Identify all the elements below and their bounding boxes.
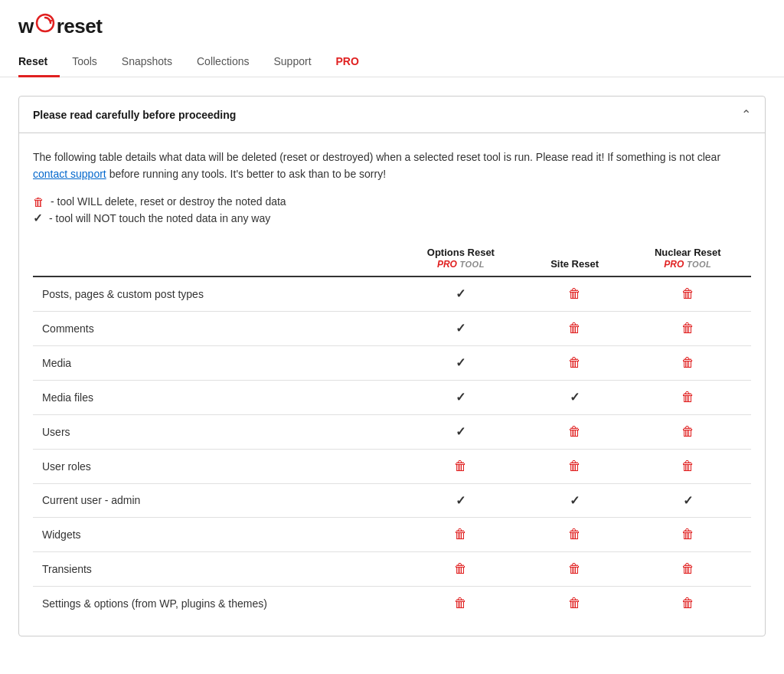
legend-item-check: ✓ - tool will NOT touch the noted data i… (33, 211, 751, 225)
trash-legend-icon: 🗑 (33, 195, 44, 208)
cell-site_reset: 🗑 (525, 449, 625, 483)
cell-site_reset: 🗑 (525, 345, 625, 380)
trash-icon: 🗑 (681, 561, 694, 576)
trash-icon: 🗑 (568, 561, 581, 576)
chevron-up-icon: ⌃ (741, 107, 751, 122)
check-icon: ✓ (456, 356, 466, 369)
trash-icon: 🗑 (568, 424, 581, 439)
cell-nuclear_reset: 🗑 (625, 449, 752, 483)
check-icon: ✓ (456, 322, 466, 335)
trash-icon: 🗑 (681, 321, 694, 335)
check-icon: ✓ (456, 494, 466, 507)
main-nav: Reset Tools Snapshots Collections Suppor… (18, 47, 766, 77)
cell-options_reset: ✓ (397, 311, 525, 345)
intro-text-after: before running any tools. It's better to… (109, 168, 386, 180)
table-row: Settings & options (from WP, plugins & t… (33, 586, 751, 620)
main-content: Please read carefully before proceeding … (0, 77, 784, 655)
cell-feature: Widgets (33, 517, 397, 551)
options-reset-pro: PRO TOOL (437, 258, 485, 270)
trash-icon: 🗑 (568, 527, 581, 541)
cell-options_reset: ✓ (397, 345, 525, 380)
trash-icon: 🗑 (454, 596, 467, 610)
table-row: User roles🗑🗑🗑 (33, 449, 751, 483)
trash-icon: 🗑 (681, 459, 694, 473)
svg-marker-1 (48, 20, 53, 23)
cell-feature: Media (33, 345, 397, 380)
panel-title: Please read carefully before proceeding (33, 109, 236, 121)
nuclear-reset-label: Nuclear Reset (634, 247, 743, 258)
col-header-site-reset: Site Reset (525, 240, 625, 276)
cell-nuclear_reset: 🗑 (625, 414, 752, 449)
check-legend-icon: ✓ (33, 211, 43, 225)
check-icon: ✓ (570, 391, 580, 404)
cell-options_reset: 🗑 (397, 449, 525, 483)
cell-feature: Posts, pages & custom post types (33, 276, 397, 312)
table-row: Media files✓✓🗑 (33, 380, 751, 414)
trash-icon: 🗑 (568, 596, 581, 610)
cell-site_reset: 🗑 (525, 517, 625, 551)
logo-text: w reset (18, 12, 102, 38)
legend: 🗑 - tool WILL delete, reset or destroy t… (33, 195, 751, 225)
cell-nuclear_reset: ✓ (625, 483, 752, 517)
cell-nuclear_reset: 🗑 (625, 517, 752, 551)
cell-feature: User roles (33, 449, 397, 483)
header: w reset Reset Tools Snapshots Collection… (0, 0, 784, 77)
site-reset-label: Site Reset (534, 258, 616, 270)
check-icon: ✓ (456, 287, 466, 300)
trash-icon: 🗑 (681, 596, 694, 610)
cell-feature: Transients (33, 551, 397, 586)
trash-icon: 🗑 (681, 424, 694, 439)
nav-item-snapshots[interactable]: Snapshots (109, 47, 185, 77)
legend-trash-text: - tool WILL delete, reset or destroy the… (51, 195, 286, 208)
nav-item-collections[interactable]: Collections (185, 47, 261, 77)
cell-site_reset: ✓ (525, 483, 625, 517)
table-row: Transients🗑🗑🗑 (33, 551, 751, 586)
trash-icon: 🗑 (568, 355, 581, 370)
nav-item-tools[interactable]: Tools (60, 47, 109, 77)
cell-nuclear_reset: 🗑 (625, 276, 752, 312)
table-body: Posts, pages & custom post types✓🗑🗑Comme… (33, 276, 751, 620)
trash-icon: 🗑 (681, 355, 694, 370)
table-row: Widgets🗑🗑🗑 (33, 517, 751, 551)
nav-item-reset[interactable]: Reset (18, 47, 60, 77)
trash-icon: 🗑 (454, 527, 467, 541)
panel-header[interactable]: Please read carefully before proceeding … (19, 97, 765, 133)
cell-nuclear_reset: 🗑 (625, 551, 752, 586)
panel-body: The following table details what data wi… (19, 133, 765, 636)
table-row: Users✓🗑🗑 (33, 414, 751, 449)
trash-icon: 🗑 (568, 286, 581, 301)
cell-nuclear_reset: 🗑 (625, 586, 752, 620)
legend-check-text: - tool will NOT touch the noted data in … (49, 212, 270, 224)
trash-icon: 🗑 (454, 459, 467, 473)
options-reset-label: Options Reset (406, 247, 516, 258)
trash-icon: 🗑 (568, 321, 581, 335)
cell-site_reset: 🗑 (525, 414, 625, 449)
cell-options_reset: ✓ (397, 380, 525, 414)
col-header-nuclear-reset: Nuclear Reset PRO TOOL (625, 240, 752, 276)
table-row: Current user - admin✓✓✓ (33, 483, 751, 517)
check-icon: ✓ (456, 391, 466, 404)
cell-options_reset: 🗑 (397, 586, 525, 620)
cell-nuclear_reset: 🗑 (625, 345, 752, 380)
cell-options_reset: ✓ (397, 276, 525, 312)
table-row: Media✓🗑🗑 (33, 345, 751, 380)
trash-icon: 🗑 (681, 286, 694, 301)
cell-options_reset: ✓ (397, 483, 525, 517)
trash-icon: 🗑 (454, 561, 467, 576)
cell-feature: Settings & options (from WP, plugins & t… (33, 586, 397, 620)
info-panel: Please read carefully before proceeding … (18, 96, 766, 636)
cell-feature: Media files (33, 380, 397, 414)
nav-item-support[interactable]: Support (261, 47, 323, 77)
intro-text-before: The following table details what data wi… (33, 151, 720, 163)
cell-nuclear_reset: 🗑 (625, 311, 752, 345)
app-wrapper: w reset Reset Tools Snapshots Collection… (0, 0, 784, 674)
legend-item-trash: 🗑 - tool WILL delete, reset or destroy t… (33, 195, 751, 208)
table-row: Comments✓🗑🗑 (33, 311, 751, 345)
cell-feature: Current user - admin (33, 483, 397, 517)
intro-paragraph: The following table details what data wi… (33, 149, 751, 183)
cell-site_reset: 🗑 (525, 311, 625, 345)
col-header-feature (33, 240, 397, 276)
cell-feature: Comments (33, 311, 397, 345)
contact-support-link[interactable]: contact support (33, 168, 106, 180)
nav-item-pro[interactable]: PRO (324, 47, 371, 77)
